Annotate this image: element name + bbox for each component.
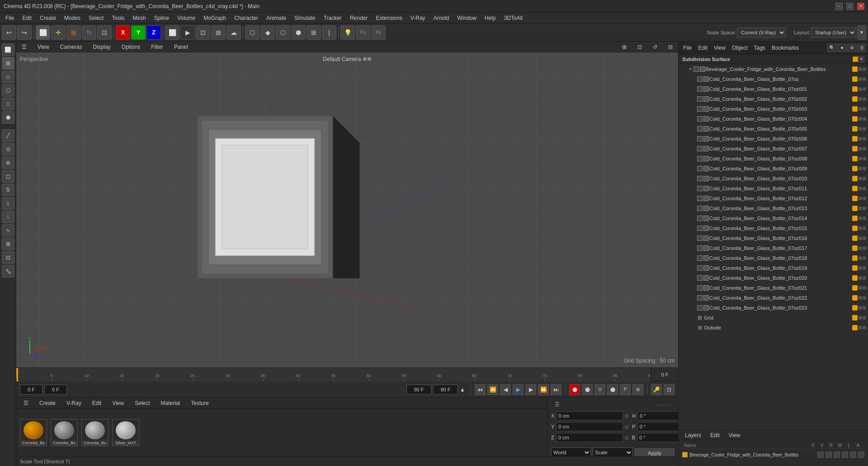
fps-input2[interactable] [433,385,458,395]
tool7-button[interactable]: S [2,211,14,223]
right-object-button[interactable]: Object [729,44,750,52]
render3-button[interactable]: ⊞ [211,25,226,40]
tool2-button[interactable]: ⊙ [2,143,14,155]
sg-expand-icon[interactable]: ▼ [688,66,693,72]
scene-graph-item[interactable]: Cold_Coronita_Beer_Glass_Bottle_07oz015 [679,223,868,233]
layer-item[interactable]: Beverage_Cooler_Fridge_with_Coronita_Bee… [682,449,864,460]
scene-graph-item[interactable]: Cold_Coronita_Beer_Glass_Bottle_07oz008 [679,154,868,164]
menu-item-tools[interactable]: Tools [108,14,128,22]
layers-tab[interactable]: Layers [682,431,704,439]
viewport-panel-button[interactable]: Panel [170,43,192,51]
tool4s-button[interactable]: ◻ [2,170,14,183]
scene-graph-item[interactable]: Cold_Coronita_Beer_Glass_Bottle_07oz023 [679,303,868,313]
prev-step-button[interactable]: ◀ [500,384,511,395]
menu-item-window[interactable]: Window [453,14,480,22]
layer-m-icon[interactable] [842,452,848,458]
scene-graph-item[interactable]: Cold_Coronita_Beer_Glass_Bottle_07oz013 [679,203,868,213]
coord-y-input[interactable] [556,422,623,431]
z-axis-button[interactable]: Z [146,25,161,40]
viewport-ctrl1[interactable]: ⊞ [618,43,630,51]
scene-graph-item[interactable]: Cold_Coronita_Beer_Glass_Bottle_07oz016 [679,233,868,243]
mat-create-button[interactable]: Create [36,399,59,407]
x-axis-button[interactable]: X [116,25,130,40]
mat-view-button[interactable]: View [108,399,127,407]
end-frame-input[interactable] [44,385,67,395]
coords-menu-icon[interactable]: ☰ [555,401,560,408]
menu-item-select[interactable]: Select [85,14,107,22]
viewport-cameras-button[interactable]: Cameras [57,43,86,51]
search-icon[interactable]: 🔍 [827,44,836,52]
display4-button[interactable]: ⬢ [291,25,306,40]
layer-v-icon[interactable] [826,452,832,458]
fps-input1[interactable] [406,385,431,395]
menu-item-create[interactable]: Create [36,14,60,22]
scene-graph-item[interactable]: Cold_Coronita_Beer_Glass_Bottle_07oz009 [679,164,868,174]
param-mode-button[interactable]: ⬢ [2,111,14,124]
scene-graph-item[interactable]: Cold_Coronita_Beer_Glass_Bottle_070z002 [679,94,868,104]
layer-a-icon[interactable] [858,452,864,458]
python-button[interactable]: Py [356,25,370,40]
right-edit-button[interactable]: Edit [695,44,710,52]
menu-item-extensions[interactable]: Extensions [372,14,406,22]
model-mode-button[interactable]: ⬜ [2,43,14,56]
menu-item-tracker[interactable]: Tracker [320,14,345,22]
layer-l-icon[interactable] [850,452,856,458]
menu-item-render[interactable]: Render [346,14,371,22]
undo-button[interactable]: ↩ [2,25,16,40]
material-coronita-bo[interactable]: Coronita_Bo [51,419,78,446]
display1-button[interactable]: ⬡ [245,25,259,40]
polygon-mode-button[interactable]: ⬡ [2,84,14,97]
scene-graph-item[interactable]: Cold_Coronita_Beer_Glass_Bottle_07oz017 [679,243,868,253]
coord-x-input[interactable] [556,411,623,420]
menu-item-character[interactable]: Character [231,14,262,22]
tool11-button[interactable]: 🔧 [2,265,14,278]
right-file-button[interactable]: File [680,44,694,52]
scene-graph-item[interactable]: Cold_Coronita_Beer_Glass_Bottle_07oz022 [679,293,868,303]
layers-view-tab[interactable]: View [726,431,743,439]
playback-mode4[interactable]: ⬤ [607,384,618,395]
material-silver-mat[interactable]: Silver_MAT [112,419,139,446]
python2-button[interactable]: Py [371,25,386,40]
scene-graph-item[interactable]: Cold_Coronita_Beer_Glass_Bottle_07oz [679,74,868,84]
menu-item-3dtoall[interactable]: 3DToAll [500,14,526,22]
minimize-button[interactable]: − [835,3,843,10]
object-mode-button[interactable]: ⬜ [165,25,179,40]
viewport-ctrl2[interactable]: ⊡ [634,43,646,51]
next-step-button[interactable]: ▶ [525,384,536,395]
layers-edit-tab[interactable]: Edit [708,431,722,439]
layer-r-icon[interactable] [834,452,840,458]
display2-button[interactable]: ◆ [260,25,275,40]
tool1-button[interactable]: ╱ [2,129,14,142]
scene-graph-item[interactable]: Cold_Coronita_Beer_Glass_Bottle_07oz010 [679,174,868,184]
tool6-button[interactable]: $ [2,197,14,210]
mesh-mode-button[interactable]: ⊞ [2,57,14,70]
keyframe-button[interactable]: 🔑 [651,384,662,395]
right-view-button[interactable]: View [711,44,728,52]
scene-graph-item[interactable]: Cold_Coronita_Beer_Glass_Bottle_070z003 [679,104,868,114]
playback-mode3[interactable]: ⊙ [594,384,605,395]
skip-start-button[interactable]: ⏮ [475,384,486,395]
viewport-filter-button[interactable]: Filter [147,43,167,51]
tool10-button[interactable]: ⊡ [2,251,14,264]
scene-graph-item[interactable]: Cold_Coronita_Beer_Glass_Bottle_07oz019 [679,263,868,273]
scene-graph-item[interactable]: ⊞Outside [679,323,868,333]
mat-menu-button[interactable]: ☰ [20,399,32,407]
edge-mode-button[interactable]: ◇ [2,71,14,83]
maximize-button[interactable]: □ [846,3,854,10]
mat-select-button[interactable]: Select [131,399,153,407]
layer-s-icon[interactable] [817,452,824,458]
menu-item-volume[interactable]: Volume [174,14,199,22]
scene-graph-item[interactable]: ⊞Grid [679,313,868,323]
render2-button[interactable]: ⊡ [196,25,210,40]
scene-graph-item[interactable]: Cold_Coronita_Beer_Glass_Bottle_07oz020 [679,273,868,283]
live-selection-button[interactable]: ⬜ [36,25,50,40]
scene-graph-item[interactable]: Cold_Coronita_Beer_Glass_Bottle_07oz011 [679,184,868,193]
menu-item-mograph[interactable]: MoGraph [200,14,230,22]
nodespace-dropdown[interactable]: Current (V-Ray) [737,28,786,38]
prev-frame-button[interactable]: ⏪ [487,384,498,395]
move-button[interactable]: ✛ [51,25,66,40]
viewport-view-button[interactable]: View [34,43,53,51]
menu-item-simulate[interactable]: Simulate [291,14,319,22]
fps-spinner[interactable]: ▲ [460,386,467,393]
viewport-options-button[interactable]: Options [118,43,144,51]
